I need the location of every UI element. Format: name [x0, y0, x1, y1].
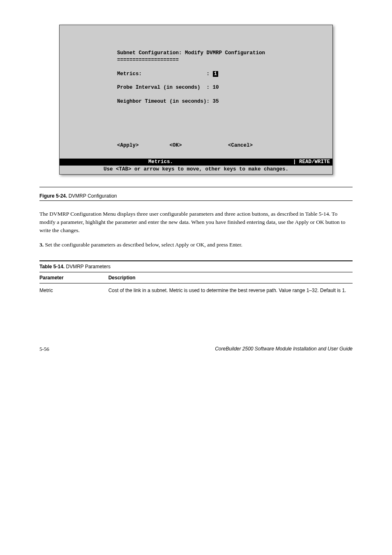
footer-page-number: 5-56: [39, 346, 49, 352]
table-row: Metric Cost of the link in a subnet. Met…: [39, 283, 353, 297]
probe-interval-label: Probe Interval (in seconds): [117, 85, 201, 90]
terminal-window: Subnet Configuration: Modify DVMRP Confi…: [59, 25, 333, 175]
table-caption: Table 5-14. DVMRP Parameters: [39, 260, 353, 272]
body-paragraph-1: The DVMRP Configuration Menu displays th…: [39, 210, 353, 235]
hint-bar: Use <TAB> or arrow keys to move, other k…: [60, 166, 332, 174]
footer-doc-title: CoreBuilder 2500 Software Module Install…: [215, 346, 353, 352]
cell-param: Metric: [39, 283, 108, 297]
status-right: | READ/WRITE: [293, 159, 330, 166]
figure-caption: Figure 5-24. DVMRP Configuration: [39, 191, 353, 201]
col-header-param: Parameter: [39, 272, 108, 283]
status-bar: Metrics. | READ/WRITE: [60, 159, 332, 166]
cancel-button[interactable]: <Cancel>: [228, 143, 253, 148]
status-left: Metrics.: [148, 159, 173, 166]
figure-title: DVMRP Configuration: [69, 193, 117, 199]
metrics-colon: :: [207, 71, 210, 77]
screen-title: Subnet Configuration: Modify DVMRP Confi…: [117, 50, 328, 57]
cell-desc: Cost of the link in a subnet. Metric is …: [108, 283, 353, 297]
apply-button[interactable]: <Apply>: [117, 143, 139, 148]
ok-button[interactable]: <OK>: [170, 143, 182, 148]
probe-interval-input[interactable]: 10: [213, 85, 219, 90]
step-number: 3.: [39, 242, 44, 248]
neighbor-timeout-input[interactable]: 35: [213, 99, 219, 104]
dvmrp-params-table: Table 5-14. DVMRP Parameters Parameter D…: [39, 260, 353, 297]
screen-divider: ====================: [117, 57, 328, 64]
table-label: Table 5-14.: [39, 264, 65, 269]
body-paragraph-2: Set the configurable parameters as descr…: [45, 242, 242, 248]
metrics-input[interactable]: 1: [213, 71, 219, 77]
col-header-desc: Description: [108, 272, 353, 283]
figure-label: Figure 5-24.: [39, 193, 67, 199]
figure-top-rule: [39, 187, 353, 187]
table-title: DVMRP Parameters: [66, 264, 110, 269]
probe-colon: :: [207, 85, 210, 90]
metrics-label: Metrics:: [117, 71, 142, 77]
neighbor-timeout-label: Neighbor Timeout (in seconds):: [117, 99, 210, 104]
